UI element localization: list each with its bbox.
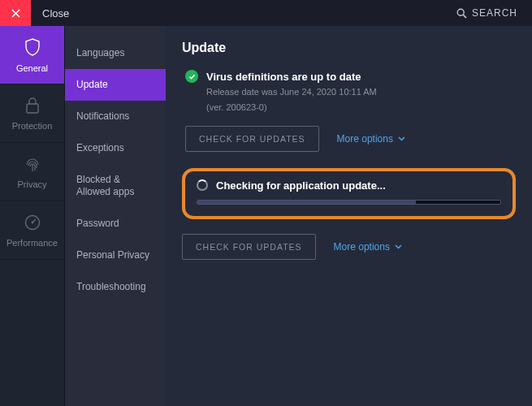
gauge-icon bbox=[24, 214, 41, 231]
rail-label: Privacy bbox=[17, 179, 46, 189]
more-options-virus[interactable]: More options bbox=[337, 133, 405, 145]
subnav-item-password[interactable]: Password bbox=[65, 208, 166, 240]
search-label: SEARCH bbox=[472, 7, 517, 19]
more-options-label: More options bbox=[337, 133, 393, 145]
rail-item-protection[interactable]: Protection bbox=[0, 84, 64, 143]
shield-icon bbox=[24, 37, 41, 57]
check-updates-button-app[interactable]: CHECK FOR UPDATES bbox=[182, 234, 316, 260]
svg-line-1 bbox=[463, 15, 466, 18]
svg-rect-2 bbox=[27, 104, 38, 113]
close-button[interactable] bbox=[0, 0, 31, 26]
subnav-item-blocked-allowed[interactable]: Blocked & Allowed apps bbox=[65, 164, 166, 208]
nav-rail: General Protection Privacy Performance bbox=[0, 26, 65, 406]
more-options-app[interactable]: More options bbox=[334, 241, 402, 253]
rail-item-privacy[interactable]: Privacy bbox=[0, 143, 64, 201]
virus-definitions-section: Virus definitions are up to date Release… bbox=[182, 70, 516, 152]
search-area[interactable]: SEARCH bbox=[456, 7, 532, 19]
app-checking-title: Checking for application update... bbox=[216, 179, 386, 192]
subnav-item-notifications[interactable]: Notifications bbox=[65, 101, 166, 132]
rail-item-general[interactable]: General bbox=[0, 26, 64, 84]
app-update-progress bbox=[197, 200, 501, 205]
virus-status-version: (ver. 200623-0) bbox=[206, 102, 516, 114]
subnav: Languages Update Notifications Exception… bbox=[65, 26, 166, 406]
chevron-down-icon bbox=[398, 136, 405, 141]
rail-label: Performance bbox=[6, 238, 58, 248]
virus-status-release: Release date was June 24, 2020 10:11 AM bbox=[206, 86, 516, 98]
check-updates-button-virus[interactable]: CHECK FOR UPDATES bbox=[185, 126, 319, 152]
search-icon bbox=[456, 8, 467, 19]
rail-item-performance[interactable]: Performance bbox=[0, 201, 64, 260]
rail-label: General bbox=[16, 63, 48, 73]
rail-label: Protection bbox=[12, 121, 53, 131]
lock-icon bbox=[24, 97, 41, 114]
more-options-label: More options bbox=[334, 241, 390, 253]
progress-fill bbox=[197, 201, 416, 204]
subnav-item-troubleshooting[interactable]: Troubleshooting bbox=[65, 271, 166, 303]
page-title: Update bbox=[182, 41, 516, 55]
title-bar: Close SEARCH bbox=[0, 0, 532, 26]
fingerprint-icon bbox=[24, 155, 41, 173]
check-circle-icon bbox=[185, 70, 198, 83]
app-update-highlight: Checking for application update... bbox=[182, 168, 516, 219]
subnav-item-exceptions[interactable]: Exceptions bbox=[65, 132, 166, 164]
close-label: Close bbox=[31, 7, 69, 19]
chevron-down-icon bbox=[395, 244, 402, 249]
spinner-icon bbox=[197, 179, 208, 191]
close-icon bbox=[11, 9, 20, 18]
subnav-item-update[interactable]: Update bbox=[65, 69, 166, 101]
svg-point-5 bbox=[31, 221, 33, 223]
virus-status-title: Virus definitions are up to date bbox=[206, 71, 361, 83]
subnav-item-languages[interactable]: Languages bbox=[65, 37, 166, 69]
subnav-item-personal-privacy[interactable]: Personal Privacy bbox=[65, 240, 166, 271]
content-panel: Update Virus definitions are up to date … bbox=[166, 26, 532, 406]
svg-point-0 bbox=[457, 9, 464, 15]
